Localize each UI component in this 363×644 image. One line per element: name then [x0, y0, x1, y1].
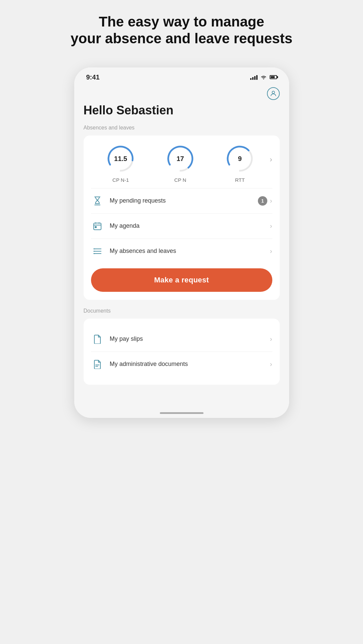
profile-icon-row — [84, 87, 280, 100]
gauge-value-cpn: 17 — [177, 155, 184, 162]
status-bar: 9:41 — [74, 67, 289, 84]
status-time: 9:41 — [86, 73, 100, 81]
hourglass-icon — [91, 195, 104, 207]
absences-section-label: Absences and leaves — [84, 125, 280, 131]
pay-slips-label: My pay slips — [110, 335, 270, 342]
gauge-rtt: 9 RTT — [210, 144, 270, 183]
profile-icon[interactable] — [267, 87, 280, 100]
gauge-value-rtt: 9 — [238, 155, 242, 162]
gauge-circle-cpn1: 11.5 — [105, 144, 136, 174]
wifi-icon — [260, 75, 267, 80]
menu-item-pay-slips[interactable]: My pay slips › — [91, 327, 272, 352]
headline: The easy way to manage your absence and … — [71, 13, 292, 47]
agenda-label: My agenda — [110, 222, 270, 229]
page-wrapper: The easy way to manage your absence and … — [7, 13, 356, 418]
menu-item-agenda[interactable]: My agenda › — [91, 214, 272, 239]
svg-point-0 — [272, 91, 274, 93]
documents-card: My pay slips › My administrative documen… — [84, 319, 280, 385]
gauges-row: 11.5 CP N-1 17 CP N — [91, 144, 272, 183]
pending-badge: 1 — [258, 196, 267, 206]
gauge-circle-rtt: 9 — [225, 144, 255, 174]
documents-section-label: Documents — [84, 308, 280, 314]
pending-requests-label: My pending requests — [110, 197, 258, 204]
absences-card: 11.5 CP N-1 17 CP N — [84, 136, 280, 300]
admin-docs-label: My administrative documents — [110, 361, 270, 368]
menu-item-admin-docs[interactable]: My administrative documents › — [91, 352, 272, 377]
list-icon — [91, 245, 104, 258]
gauge-cpn1: 11.5 CP N-1 — [91, 144, 151, 183]
gauges-more-arrow[interactable]: › — [270, 155, 272, 164]
pay-slips-chevron-icon: › — [270, 335, 272, 343]
signal-icon — [250, 74, 258, 80]
phone-content: Hello Sebastien Absences and leaves 11.5 — [74, 84, 289, 406]
make-request-button[interactable]: Make a request — [91, 268, 272, 292]
calendar-icon — [91, 220, 104, 232]
gauge-cpn: 17 CP N — [150, 144, 210, 183]
greeting: Hello Sebastien — [84, 103, 280, 117]
agenda-chevron-icon: › — [270, 222, 272, 230]
gauge-value-cpn1: 11.5 — [114, 155, 127, 162]
status-icons — [250, 74, 277, 80]
battery-icon — [270, 75, 277, 79]
pending-chevron-icon: › — [270, 197, 272, 205]
home-bar — [160, 412, 203, 414]
svg-rect-8 — [95, 226, 96, 228]
gauge-circle-cpn: 17 — [165, 144, 195, 174]
absences-chevron-icon: › — [270, 247, 272, 255]
phone-frame: 9:41 — [74, 67, 289, 418]
menu-item-pending[interactable]: My pending requests 1 › — [91, 189, 272, 214]
home-indicator — [74, 406, 289, 418]
document-icon — [91, 333, 104, 345]
admin-docs-chevron-icon: › — [270, 360, 272, 368]
admin-doc-icon — [91, 358, 104, 371]
menu-item-absences[interactable]: My absences and leaves › — [91, 239, 272, 264]
absences-leaves-label: My absences and leaves — [110, 248, 270, 255]
